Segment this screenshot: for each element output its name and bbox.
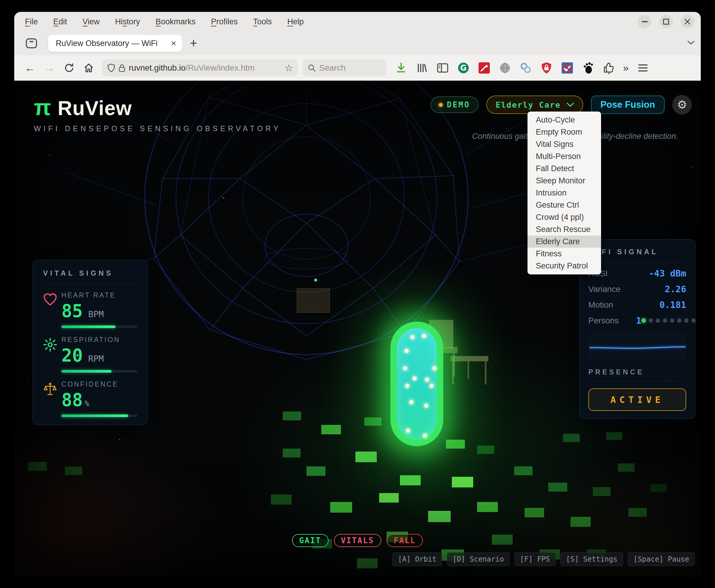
wifi-row-value: -43 dBm [649, 268, 686, 278]
browser-window: File Edit View History Bookmarks Profile… [14, 12, 701, 577]
library-icon[interactable] [415, 61, 428, 75]
sidebar-icon[interactable] [436, 61, 449, 75]
scenario-option[interactable]: Auto-Cycle [527, 114, 601, 126]
shield-lock-extension-icon[interactable] [540, 61, 553, 75]
menu-edit[interactable]: Edit [54, 17, 67, 26]
app-subtitle: WIFI DENSEPOSE SENSING OBSERVATORY [34, 124, 281, 133]
grammarly-icon[interactable]: G [457, 61, 470, 75]
metric-bar [61, 415, 138, 417]
link-extension-icon[interactable] [519, 61, 532, 75]
tracking-shield-icon[interactable] [107, 63, 115, 72]
app-menu-icon[interactable] [636, 61, 649, 75]
metric-unit: % [85, 399, 89, 408]
menu-view[interactable]: View [83, 17, 100, 26]
person-dot [649, 318, 653, 323]
reload-button[interactable] [61, 59, 78, 77]
scenario-option[interactable]: Empty Room [527, 126, 601, 138]
gnome-foot-icon[interactable] [582, 61, 594, 75]
app-logo: π RuView WIFI DENSEPOSE SENSING OBSERVAT… [34, 94, 281, 133]
menu-file[interactable]: File [25, 17, 38, 26]
menu-help[interactable]: Help [287, 17, 304, 26]
pose-keypoint [403, 366, 407, 370]
tab-title: RuView Observatory — WiFi [56, 39, 167, 48]
respiration-icon [43, 336, 61, 373]
presence-status-label: ACTIVE [611, 395, 664, 405]
bookmark-star-icon[interactable]: ☆ [285, 62, 293, 74]
shortcut-settings: [S] Settings [561, 552, 623, 566]
pose-keypoint [422, 334, 426, 338]
menu-history[interactable]: History [115, 17, 140, 26]
presence-status-button[interactable]: ACTIVE [588, 388, 686, 411]
fall-badge: FALL [386, 534, 423, 547]
home-button[interactable] [80, 59, 97, 77]
pose-fusion-button[interactable]: Pose Fusion [591, 96, 665, 114]
demo-status-dot [439, 103, 443, 107]
metric-value: 85 [61, 300, 83, 321]
confidence-metric: CONFIDENCE 88 % [43, 380, 138, 417]
scenario-option[interactable]: Crowd (4 ppl) [527, 211, 601, 224]
tab-bar: RuView Observatory — WiFi × + [14, 31, 701, 55]
pose-keypoint [424, 404, 428, 407]
wand-extension-icon[interactable] [478, 61, 491, 75]
downloads-icon[interactable] [395, 61, 408, 75]
pose-keypoint [411, 335, 415, 339]
url-path: /RuView/index.htm [185, 63, 255, 73]
ruview-scene: π RuView WIFI DENSEPOSE SENSING OBSERVAT… [14, 81, 701, 577]
scenario-option[interactable]: Fall Detect [527, 163, 601, 175]
respiration-metric: RESPIRATION 20 RPM [43, 336, 138, 373]
metric-bar [61, 326, 138, 328]
scenario-option[interactable]: Search Rescue [527, 224, 601, 235]
back-button[interactable]: ← [21, 59, 39, 77]
wifi-title: WIFI SIGNAL [588, 248, 686, 256]
scenario-select[interactable]: Elderly Care [486, 96, 583, 114]
wifi-row-value: 0.181 [659, 300, 686, 310]
vitals-badge: VITALS [334, 534, 381, 547]
persons-value: 1 [636, 315, 642, 326]
list-tabs-chevron-icon[interactable] [687, 40, 695, 46]
person-dot [684, 318, 689, 323]
detected-person-silhouette [391, 321, 443, 446]
scenario-option[interactable]: Security Patrol [527, 260, 601, 272]
wifi-row-label: Motion [588, 300, 613, 310]
new-tab-button[interactable]: + [190, 36, 197, 50]
minimize-button[interactable] [638, 15, 652, 28]
lock-icon[interactable] [119, 63, 125, 72]
globe-icon[interactable] [499, 61, 511, 75]
scenario-option[interactable]: Sleep Monitor [527, 175, 601, 187]
maximize-button[interactable] [659, 15, 673, 28]
scenario-option[interactable]: Intrusion [527, 187, 601, 199]
divider [43, 283, 138, 284]
tab-ruview[interactable]: RuView Observatory — WiFi × [48, 35, 182, 52]
menu-profiles[interactable]: Profiles [211, 17, 238, 26]
forward-button: → [41, 59, 58, 77]
metric-label: RESPIRATION [61, 336, 138, 344]
close-button[interactable] [680, 15, 694, 28]
person-dot-active [642, 318, 646, 323]
scenario-option-selected[interactable]: Elderly Care [527, 235, 601, 248]
thumbs-up-extension-icon[interactable] [602, 61, 615, 75]
toolbar-overflow-icon[interactable]: » [623, 62, 629, 74]
tab-close-icon[interactable]: × [171, 38, 176, 48]
firefox-view-icon[interactable] [22, 35, 41, 51]
menu-tools[interactable]: Tools [253, 17, 272, 26]
persons-row: Persons 1 [588, 315, 686, 326]
url-host: ruvnet.github.io [129, 63, 185, 73]
settings-button[interactable]: ⚙ [672, 95, 692, 114]
gear-icon: ⚙ [677, 98, 687, 111]
scenario-option[interactable]: Fitness [527, 248, 601, 260]
scenario-option[interactable]: Multi-Person [527, 150, 601, 163]
menu-bookmarks[interactable]: Bookmarks [155, 17, 195, 26]
detection-badges: GAIT VITALS FALL [292, 534, 423, 547]
blocker-extension-icon[interactable] [561, 61, 574, 75]
divider [588, 381, 686, 381]
pose-keypoint [413, 376, 417, 380]
scenario-option[interactable]: Gesture Ctrl [527, 199, 601, 211]
gait-badge: GAIT [292, 534, 329, 547]
search-bar[interactable]: Search [302, 59, 386, 77]
scenario-dropdown-menu: Auto-Cycle Empty Room Vital Signs Multi-… [527, 111, 601, 274]
url-bar[interactable]: ruvnet.github.io/RuView/index.htm ☆ [102, 59, 298, 77]
pi-logo-icon: π [34, 94, 51, 120]
scenario-option[interactable]: Vital Signs [527, 138, 601, 150]
person-dot [656, 318, 660, 323]
table-leg [467, 361, 469, 379]
